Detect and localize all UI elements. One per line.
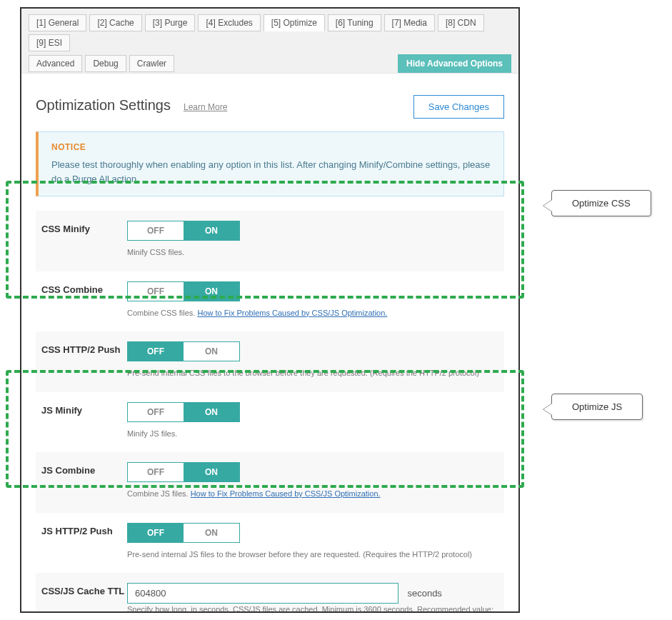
input-cache-ttl[interactable] <box>127 583 398 604</box>
page-title: Optimization Settings <box>36 97 171 114</box>
save-changes-button[interactable]: Save Changes <box>413 95 504 119</box>
label-css-minify: CSS Minify <box>41 221 127 259</box>
row-css-minify: CSS Minify OFF ON Minify CSS files. <box>36 211 504 271</box>
label-cache-ttl: CSS/JS Cache TTL <box>41 583 127 613</box>
help-link-css-combine[interactable]: How to Fix Problems Caused by CSS/JS Opt… <box>197 309 387 317</box>
help-css-http2: Pre-send internal CSS files to the brows… <box>127 367 498 379</box>
tab-purge[interactable]: [3] Purge <box>145 14 196 31</box>
label-css-combine: CSS Combine <box>41 281 127 319</box>
toggle-on[interactable]: ON <box>184 403 239 421</box>
tab-debug[interactable]: Debug <box>85 55 126 72</box>
settings-table: CSS Minify OFF ON Minify CSS files. CSS … <box>36 211 504 613</box>
toggle-on[interactable]: ON <box>184 282 239 301</box>
row-cache-ttl: CSS/JS Cache TTL seconds Specify how lon… <box>36 573 504 613</box>
tab-crawler[interactable]: Crawler <box>129 55 174 72</box>
row-css-http2: CSS HTTP/2 Push OFF ON Pre-send internal… <box>36 331 504 392</box>
help-text-prefix: Combine CSS files. <box>127 309 197 317</box>
notice-text: Please test thoroughly when enabling any… <box>51 158 491 186</box>
help-css-combine: Combine CSS files. How to Fix Problems C… <box>127 307 498 319</box>
tab-optimize[interactable]: [5] Optimize <box>264 14 325 31</box>
row-js-http2: JS HTTP/2 Push OFF ON Pre-send internal … <box>36 513 504 574</box>
label-js-combine: JS Combine <box>41 462 127 500</box>
toggle-on[interactable]: ON <box>184 342 239 361</box>
label-js-http2: JS HTTP/2 Push <box>41 523 127 561</box>
help-css-minify: Minify CSS files. <box>127 246 498 259</box>
callout-optimize-js: Optimize JS <box>551 394 643 420</box>
header-row: Optimization Settings Learn More Save Ch… <box>36 95 504 119</box>
tab-general[interactable]: [1] General <box>29 14 86 31</box>
tab-tuning[interactable]: [6] Tuning <box>328 14 381 31</box>
unit-seconds: seconds <box>407 588 441 599</box>
label-js-minify: JS Minify <box>41 402 127 440</box>
label-css-http2: CSS HTTP/2 Push <box>41 341 127 379</box>
toggle-on[interactable]: ON <box>184 524 239 542</box>
toggle-js-minify[interactable]: OFF ON <box>127 402 240 422</box>
toggle-off[interactable]: OFF <box>128 342 184 361</box>
notice-box: NOTICE Please test thoroughly when enabl… <box>36 131 504 196</box>
toggle-off[interactable]: OFF <box>128 524 184 542</box>
row-css-combine: CSS Combine OFF ON Combine CSS files. Ho… <box>36 271 504 332</box>
content-area: Optimization Settings Learn More Save Ch… <box>21 73 518 613</box>
help-js-combine: Combine JS files. How to Fix Problems Ca… <box>127 488 498 500</box>
tabs-secondary: Advanced Debug Crawler Hide Advanced Opt… <box>21 51 518 73</box>
help-cache-ttl-text: Specify how long, in seconds, CSS/JS fil… <box>127 605 493 613</box>
toggle-off[interactable]: OFF <box>128 221 184 240</box>
row-js-minify: JS Minify OFF ON Minify JS files. <box>36 392 504 453</box>
tabs-primary: [1] General [2] Cache [3] Purge [4] Excl… <box>21 9 518 51</box>
toggle-off[interactable]: OFF <box>128 463 184 481</box>
toggle-css-http2[interactable]: OFF ON <box>127 341 240 361</box>
callout-optimize-css: Optimize CSS <box>551 190 651 216</box>
learn-more-link[interactable]: Learn More <box>184 102 227 112</box>
toggle-on[interactable]: ON <box>184 221 239 240</box>
tab-esi[interactable]: [9] ESI <box>29 34 70 51</box>
toggle-off[interactable]: OFF <box>128 403 184 421</box>
tab-cdn[interactable]: [8] CDN <box>438 14 484 31</box>
toggle-css-combine[interactable]: OFF ON <box>127 281 240 301</box>
help-text-prefix: Combine JS files. <box>127 489 191 498</box>
settings-panel: [1] General [2] Cache [3] Purge [4] Excl… <box>20 7 520 613</box>
toggle-off[interactable]: OFF <box>128 282 184 301</box>
tab-media[interactable]: [7] Media <box>384 14 435 31</box>
row-js-combine: JS Combine OFF ON Combine JS files. How … <box>36 452 504 513</box>
help-js-http2: Pre-send internal JS files to the browse… <box>127 549 498 561</box>
notice-title: NOTICE <box>51 142 491 152</box>
hide-advanced-button[interactable]: Hide Advanced Options <box>398 54 511 73</box>
tab-excludes[interactable]: [4] Excludes <box>198 14 260 31</box>
toggle-css-minify[interactable]: OFF ON <box>127 221 240 241</box>
tab-cache[interactable]: [2] Cache <box>89 14 141 31</box>
help-js-minify: Minify JS files. <box>127 428 498 440</box>
help-cache-ttl: Specify how long, in seconds, CSS/JS fil… <box>127 604 498 613</box>
toggle-js-http2[interactable]: OFF ON <box>127 523 240 543</box>
toggle-on[interactable]: ON <box>184 463 239 481</box>
toggle-js-combine[interactable]: OFF ON <box>127 462 240 482</box>
tab-advanced[interactable]: Advanced <box>29 55 82 72</box>
help-link-js-combine[interactable]: How to Fix Problems Caused by CSS/JS Opt… <box>191 489 381 498</box>
